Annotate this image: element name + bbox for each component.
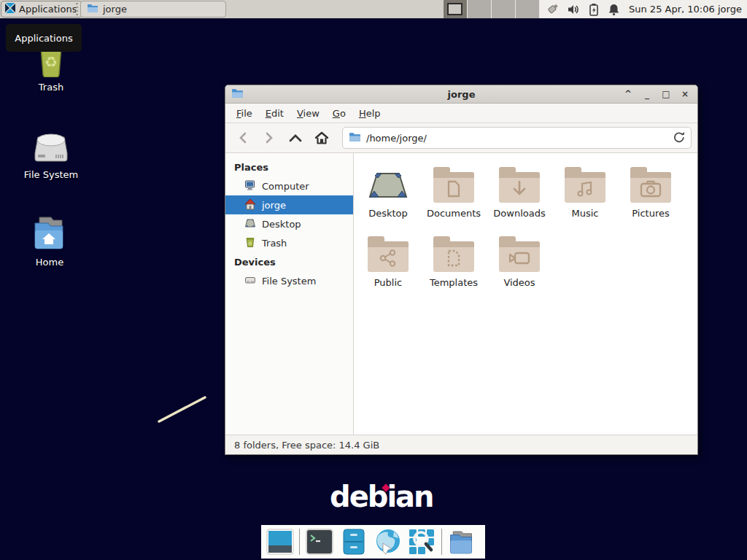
workspace-2[interactable]: [468, 0, 492, 18]
workspace-3[interactable]: [492, 0, 516, 18]
taskbar-window-button[interactable]: jorge: [80, 1, 226, 18]
debian-logo: debian: [330, 480, 425, 513]
dock: [261, 525, 485, 559]
desktop-icon-file-system[interactable]: File System: [11, 122, 91, 180]
file-item-label: Desktop: [368, 208, 408, 219]
battery-icon[interactable]: [587, 2, 600, 16]
menu-edit[interactable]: Edit: [259, 105, 290, 122]
show-desktop-icon[interactable]: [265, 528, 295, 556]
panel-clock[interactable]: Sun 25 Apr, 10:06: [629, 0, 715, 18]
hard-drive-icon: [11, 122, 91, 165]
path-bar[interactable]: /home/jorge/: [342, 127, 692, 149]
panel-handle[interactable]: [76, 3, 78, 15]
file-item-documents[interactable]: Documents: [421, 160, 487, 230]
file-item-label: Downloads: [493, 208, 545, 219]
minimize-button[interactable]: _: [640, 88, 654, 101]
workspace-switcher: [444, 0, 540, 18]
taskbar-window-label: jorge: [103, 4, 127, 15]
back-button[interactable]: [231, 127, 255, 149]
videos-folder-icon: [499, 241, 540, 272]
notification-bell-icon[interactable]: [607, 2, 621, 16]
file-grid: Desktop Documents Downloads: [354, 153, 697, 435]
up-button[interactable]: [284, 127, 307, 149]
home-icon: [244, 198, 256, 212]
applications-menu-label: Applications: [19, 4, 77, 15]
svg-text:♻: ♻: [44, 53, 58, 71]
file-item-pictures[interactable]: Pictures: [618, 160, 684, 230]
sidebar-item-trash[interactable]: ♻ Trash: [225, 233, 353, 252]
volume-icon[interactable]: [566, 2, 580, 16]
terminal-icon[interactable]: [304, 528, 334, 556]
menu-view[interactable]: View: [290, 105, 326, 122]
statusbar: 8 folders, Free space: 14.4 GiB: [225, 435, 697, 454]
window-titlebar[interactable]: jorge ^ _ □ ×: [225, 85, 697, 104]
desktop-icon: [244, 217, 256, 231]
dock-separator: [299, 529, 300, 555]
xfce-menu-icon: [4, 2, 16, 16]
system-tray: [546, 0, 621, 18]
public-folder-icon: [368, 241, 409, 272]
sidebar-item-label: File System: [262, 276, 316, 287]
sidebar-item-jorge[interactable]: jorge: [225, 195, 353, 214]
file-item-videos[interactable]: Videos: [487, 230, 552, 299]
music-folder-icon: [565, 172, 605, 203]
toolbar: /home/jorge/: [225, 123, 697, 153]
removable-media-icon[interactable]: [546, 2, 560, 16]
sidebar-item-file-system[interactable]: File System: [225, 271, 353, 290]
menu-file[interactable]: File: [230, 105, 259, 122]
reload-icon[interactable]: [673, 131, 685, 145]
maximize-button[interactable]: □: [659, 88, 673, 101]
sidebar-item-label: Trash: [262, 238, 287, 249]
workspace-4[interactable]: [516, 0, 540, 18]
trash-icon: ♻: [244, 236, 256, 250]
computer-icon: [244, 179, 256, 193]
file-folder-icon[interactable]: [446, 528, 476, 556]
close-button[interactable]: ×: [678, 88, 692, 101]
file-item-templates[interactable]: Templates: [421, 230, 487, 299]
sidebar-header-places: Places: [225, 158, 353, 176]
desktop-icon-label: Trash: [11, 82, 91, 93]
forward-button[interactable]: [258, 127, 281, 149]
home-folder-icon: [9, 210, 90, 252]
path-folder-icon: [349, 131, 361, 144]
pictures-folder-icon: [630, 172, 671, 203]
home-button[interactable]: [310, 127, 333, 149]
file-item-label: Documents: [427, 208, 481, 219]
file-item-label: Templates: [430, 277, 478, 288]
workspace-1[interactable]: [444, 0, 468, 18]
menu-help[interactable]: Help: [352, 105, 387, 122]
menu-go[interactable]: Go: [326, 105, 352, 122]
path-input[interactable]: /home/jorge/: [366, 133, 668, 144]
top-panel: Applications jorge: [0, 0, 747, 19]
menubar: File Edit View Go Help: [225, 104, 697, 123]
file-item-label: Music: [572, 208, 599, 219]
sidebar-item-label: Desktop: [262, 219, 301, 230]
documents-folder-icon: [433, 172, 474, 203]
user-desktop-icon: [367, 160, 409, 203]
shade-button[interactable]: ^: [622, 88, 635, 101]
sidebar-item-desktop[interactable]: Desktop: [225, 214, 353, 233]
web-browser-icon[interactable]: [373, 528, 403, 556]
folder-icon: [87, 3, 98, 15]
applications-menu-button[interactable]: Applications: [1, 1, 82, 18]
app-finder-icon[interactable]: [407, 528, 437, 556]
dock-separator: [441, 529, 442, 555]
desktop-icon-home[interactable]: Home: [9, 210, 90, 268]
templates-folder-icon: [433, 241, 474, 272]
desktop-icon-label: Home: [9, 257, 90, 268]
file-item-label: Public: [374, 277, 402, 288]
file-item-downloads[interactable]: Downloads: [487, 160, 552, 230]
tooltip-text: Applications: [15, 33, 72, 44]
file-item-music[interactable]: Music: [552, 160, 618, 230]
desktop-stray-line: [153, 390, 219, 434]
file-manager-icon[interactable]: [338, 528, 368, 556]
sidebar-item-computer[interactable]: Computer: [225, 176, 353, 195]
file-item-public[interactable]: Public: [355, 230, 421, 299]
file-item-desktop[interactable]: Desktop: [355, 160, 421, 230]
svg-text:♻: ♻: [248, 240, 252, 245]
file-item-label: Videos: [503, 277, 535, 288]
statusbar-text: 8 folders, Free space: 14.4 GiB: [234, 440, 379, 451]
panel-user-menu[interactable]: jorge: [718, 0, 742, 18]
drive-icon: [244, 274, 256, 288]
sidebar-item-label: Computer: [262, 181, 309, 192]
